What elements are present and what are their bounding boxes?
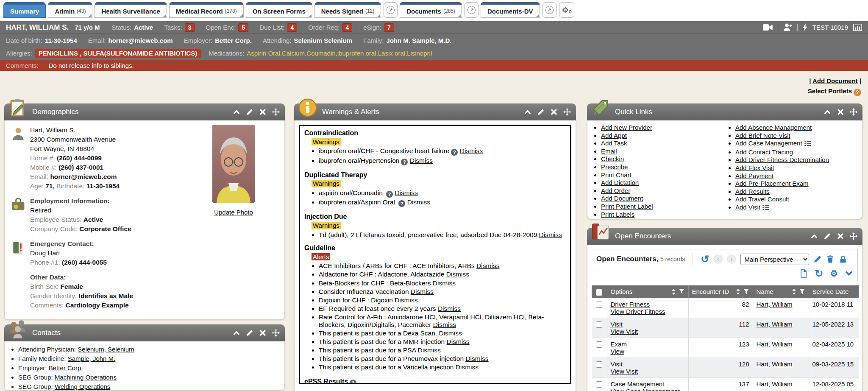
esign-count-badge[interactable]: 7 [384, 23, 394, 32]
add-document-link[interactable]: Add Document [812, 77, 858, 84]
quick-link[interactable]: Print Patient Label [601, 203, 653, 210]
edit-portlet-icon[interactable] [537, 108, 545, 116]
quick-link[interactable]: Add Task [601, 140, 627, 147]
row-checkbox[interactable] [596, 302, 602, 308]
medication-link[interactable]: Coumadin [306, 50, 337, 57]
edit-portlet-icon[interactable] [246, 108, 253, 116]
documents-popout-button[interactable]: ↗ [465, 2, 479, 18]
dismiss-link[interactable]: Dismiss [539, 231, 562, 238]
add-person-icon[interactable] [783, 23, 792, 31]
collapse-portlet-icon[interactable] [524, 108, 531, 116]
allergies-badge[interactable]: PENICILLINS , SULFA(SULFONAMIDE ANTIBIOT… [35, 49, 201, 58]
quick-link[interactable]: Add Case Management [735, 140, 802, 147]
collapse-portlet-icon[interactable] [823, 108, 831, 116]
quick-link[interactable]: Add Visit [735, 204, 760, 211]
delete-perspective-icon[interactable] [826, 255, 835, 263]
filter-icon[interactable] [799, 288, 805, 295]
quick-link[interactable]: Add Payment [735, 172, 773, 179]
quick-link[interactable]: Add Appt [601, 132, 627, 139]
help-icon[interactable]: ? [398, 200, 405, 207]
help-icon[interactable]: ? [451, 149, 458, 156]
tab-on-screen-forms[interactable]: On Screen Forms [246, 2, 312, 18]
column-header-encounter-id[interactable]: Encounter ID [688, 285, 753, 298]
dismiss-link[interactable]: Dismiss [439, 330, 462, 337]
encounter-open-link[interactable]: Case Management [611, 380, 665, 388]
tab-health-surveillance[interactable]: Health Surveillance [95, 2, 167, 18]
patient-photo[interactable] [212, 125, 255, 203]
perspective-select[interactable]: Main Perspective [740, 254, 809, 265]
select-all-checkbox[interactable] [596, 289, 602, 296]
encounter-open-link[interactable]: Exam [611, 341, 627, 348]
quick-link[interactable]: Add Flex Visit [735, 164, 774, 171]
tab-admin[interactable]: Admin(43) [48, 2, 92, 18]
contact-link[interactable]: Sample, John M. [68, 355, 116, 362]
dismiss-link[interactable]: Dismiss [395, 296, 417, 304]
column-header-options[interactable]: Options [607, 285, 688, 298]
move-portlet-icon[interactable] [850, 232, 857, 240]
dismiss-link[interactable]: Dismiss [433, 321, 456, 328]
help-icon[interactable]: ? [386, 191, 393, 198]
filter-icon[interactable] [743, 288, 749, 295]
quick-link[interactable]: Add Absence Management [735, 124, 812, 131]
column-header-service-date[interactable]: Service Date [809, 285, 859, 298]
row-checkbox[interactable] [596, 341, 602, 348]
encounter-patient-link[interactable]: Hart, William [757, 341, 793, 348]
quick-link[interactable]: Email [601, 148, 617, 155]
next-page-button[interactable]: › [727, 254, 736, 264]
contact-link[interactable]: Selenium, Selenium [78, 346, 134, 353]
encounter-view-link[interactable]: View Visit [611, 368, 638, 375]
encounter-patient-link[interactable]: Hart, William [757, 301, 793, 308]
dismiss-link[interactable]: Dismiss [407, 198, 430, 206]
move-portlet-icon[interactable] [272, 108, 280, 116]
dismiss-link[interactable]: Dismiss [456, 363, 479, 371]
tab-medical-record[interactable]: Medical Record(178) [169, 2, 244, 18]
quick-link[interactable]: Add Contact Tracing [735, 148, 793, 156]
quick-link[interactable]: Checkin [601, 155, 624, 162]
reset-icon[interactable]: ↺ [701, 254, 709, 264]
open-enc-count-badge[interactable]: 5 [238, 23, 248, 32]
dismiss-link[interactable]: Dismiss [410, 157, 433, 164]
help-icon[interactable]: ? [350, 380, 356, 384]
help-icon[interactable]: ? [854, 89, 861, 96]
patient-name-link[interactable]: Hart, William S. [30, 126, 75, 134]
close-portlet-icon[interactable] [259, 329, 267, 337]
collapse-portlet-icon[interactable] [233, 108, 240, 116]
move-portlet-icon[interactable] [563, 108, 571, 116]
prev-page-button[interactable]: ‹ [713, 254, 723, 264]
move-portlet-icon[interactable] [850, 108, 857, 116]
move-portlet-icon[interactable] [272, 329, 280, 337]
filter-icon[interactable] [679, 288, 685, 295]
encounter-patient-link[interactable]: Hart, William [757, 360, 793, 368]
quick-link[interactable]: Add Results [735, 188, 770, 195]
encounter-view-link[interactable]: View Driver Fitness [611, 308, 665, 315]
gear-icon[interactable]: ⚙ [830, 269, 838, 278]
lock-perspective-icon[interactable] [839, 255, 847, 263]
dismiss-link[interactable]: Dismiss [438, 305, 461, 312]
row-checkbox[interactable] [596, 321, 602, 328]
close-portlet-icon[interactable] [550, 108, 558, 116]
update-photo-link[interactable]: Update Photo [214, 208, 253, 217]
flowsheet-chart-icon[interactable] [853, 24, 862, 31]
tab-documents-dv[interactable]: Documents-DV [481, 2, 540, 18]
select-portlets-link[interactable]: Select Portlets [808, 87, 852, 95]
new-document-icon[interactable] [799, 269, 808, 278]
quick-link[interactable]: Print Labels [601, 211, 634, 218]
quick-link[interactable]: Add Driver Fitness Determination [735, 156, 829, 163]
sort-icon[interactable] [671, 288, 676, 295]
edit-perspective-icon[interactable] [813, 255, 822, 263]
dismiss-link[interactable]: Dismiss [447, 338, 470, 345]
dismiss-link[interactable]: Dismiss [476, 262, 499, 269]
tab-summary[interactable]: Summary [3, 2, 46, 18]
close-portlet-icon[interactable] [259, 108, 267, 116]
dismiss-link[interactable]: Dismiss [433, 279, 456, 287]
dismiss-link[interactable]: Dismiss [418, 346, 441, 354]
collapse-portlet-icon[interactable] [233, 329, 240, 337]
quick-link[interactable]: Prescribe [601, 163, 628, 170]
refresh-icon[interactable]: ↻ [815, 269, 823, 278]
quick-link[interactable]: Add New Provider [601, 124, 652, 131]
medication-link[interactable]: Calcium [282, 50, 306, 57]
help-icon[interactable]: ? [401, 159, 408, 165]
quick-link[interactable]: Add Brief Note Visit [735, 132, 790, 139]
close-portlet-icon[interactable] [837, 232, 844, 240]
sort-icon[interactable] [736, 288, 740, 295]
